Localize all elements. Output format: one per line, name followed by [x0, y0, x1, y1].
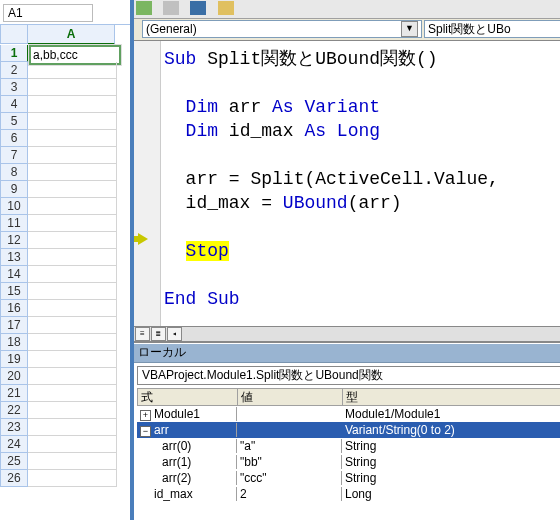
cell[interactable]	[28, 300, 117, 317]
excel-grid: A 1a,bb,ccc23456789101112131415161718192…	[0, 24, 130, 487]
grid-row: 18	[0, 334, 130, 351]
cell[interactable]	[28, 385, 117, 402]
row-header[interactable]: 20	[0, 368, 28, 385]
procedure-combo-value: Split関数とUBo	[428, 21, 511, 38]
row-header[interactable]: 11	[0, 215, 28, 232]
row-header[interactable]: 26	[0, 470, 28, 487]
run-icon[interactable]	[136, 1, 152, 15]
grid-row: 16	[0, 300, 130, 317]
row-header[interactable]: 21	[0, 385, 28, 402]
row-header[interactable]: 17	[0, 317, 28, 334]
code-text: Sub Split関数とUBound関数() Dim arr As Varian…	[164, 47, 510, 311]
cell[interactable]	[28, 62, 117, 79]
grid-row: 13	[0, 249, 130, 266]
row-header[interactable]: 8	[0, 164, 28, 181]
locals-row-arr0[interactable]: arr(0) "a" String	[137, 438, 560, 454]
grid-row: 5	[0, 113, 130, 130]
object-combo[interactable]: (General) ▼	[142, 20, 422, 38]
cell[interactable]	[28, 232, 117, 249]
cell[interactable]	[28, 96, 117, 113]
chevron-down-icon[interactable]: ▼	[401, 21, 418, 37]
grid-row: 12	[0, 232, 130, 249]
locals-row-arr[interactable]: −arr Variant/String(0 to 2)	[137, 422, 560, 438]
cell[interactable]	[28, 198, 117, 215]
cell[interactable]	[28, 113, 117, 130]
row-header[interactable]: 6	[0, 130, 28, 147]
row-header[interactable]: 24	[0, 436, 28, 453]
execution-pointer-icon	[138, 233, 148, 245]
grid-row: 24	[0, 436, 130, 453]
cell[interactable]	[28, 283, 117, 300]
design-mode-icon[interactable]	[218, 1, 234, 15]
cell[interactable]	[28, 436, 117, 453]
locals-context-combo[interactable]: VBAProject.Module1.Split関数とUBound関数	[137, 366, 560, 385]
grid-row: 10	[0, 198, 130, 215]
view-proc-icon[interactable]: ≡	[135, 327, 150, 341]
grid-row: 21	[0, 385, 130, 402]
row-header[interactable]: 19	[0, 351, 28, 368]
select-all-corner[interactable]	[0, 25, 28, 44]
code-hscroll[interactable]: ≡ ≣ ◂	[134, 327, 560, 343]
scroll-left-icon[interactable]: ◂	[167, 327, 182, 341]
cell[interactable]	[28, 351, 117, 368]
vbe-pane: (General) ▼ Split関数とUBo Sub Split関数とUBou…	[130, 0, 560, 520]
cell[interactable]	[28, 79, 117, 96]
row-header[interactable]: 9	[0, 181, 28, 198]
row-header[interactable]: 16	[0, 300, 28, 317]
locals-header-val[interactable]: 値	[238, 389, 343, 406]
cell[interactable]	[28, 215, 117, 232]
break-icon[interactable]	[163, 1, 179, 15]
cell[interactable]	[28, 368, 117, 385]
row-header[interactable]: 3	[0, 79, 28, 96]
view-full-icon[interactable]: ≣	[151, 327, 166, 341]
row-header[interactable]: 25	[0, 453, 28, 470]
row-header[interactable]: 15	[0, 283, 28, 300]
cell[interactable]	[28, 334, 117, 351]
row-header[interactable]: 13	[0, 249, 28, 266]
cell[interactable]	[28, 470, 117, 487]
name-box[interactable]: A1	[3, 4, 93, 22]
cell[interactable]	[28, 402, 117, 419]
grid-row: 3	[0, 79, 130, 96]
row-header[interactable]: 23	[0, 419, 28, 436]
row-header[interactable]: 2	[0, 62, 28, 79]
locals-header[interactable]: 式 値 型	[137, 388, 560, 406]
row-header[interactable]: 14	[0, 266, 28, 283]
locals-row-arr2[interactable]: arr(2) "ccc" String	[137, 470, 560, 486]
cell[interactable]	[28, 419, 117, 436]
expand-icon[interactable]: +	[140, 410, 151, 421]
column-header-a[interactable]: A	[28, 25, 115, 45]
row-header[interactable]: 5	[0, 113, 28, 130]
locals-row-idmax[interactable]: id_max 2 Long	[137, 486, 560, 502]
grid-row: 15	[0, 283, 130, 300]
procedure-combo[interactable]: Split関数とUBo	[424, 20, 560, 38]
cell[interactable]	[28, 317, 117, 334]
vbe-toolbar	[134, 0, 560, 19]
row-header[interactable]: 1	[0, 45, 29, 62]
grid-row: 25	[0, 453, 130, 470]
locals-header-expr[interactable]: 式	[138, 389, 238, 406]
reset-icon[interactable]	[190, 1, 206, 15]
object-combo-value: (General)	[146, 22, 197, 36]
cell[interactable]	[28, 453, 117, 470]
row-header[interactable]: 22	[0, 402, 28, 419]
row-header[interactable]: 18	[0, 334, 28, 351]
row-header[interactable]: 4	[0, 96, 28, 113]
row-header[interactable]: 7	[0, 147, 28, 164]
cell[interactable]	[28, 266, 117, 283]
grid-row: 6	[0, 130, 130, 147]
cell[interactable]	[28, 130, 117, 147]
code-editor[interactable]: Sub Split関数とUBound関数() Dim arr As Varian…	[134, 41, 560, 327]
grid-row: 11	[0, 215, 130, 232]
cell[interactable]	[28, 181, 117, 198]
row-header[interactable]: 10	[0, 198, 28, 215]
collapse-icon[interactable]: −	[140, 426, 151, 437]
locals-row-arr1[interactable]: arr(1) "bb" String	[137, 454, 560, 470]
grid-row: 1a,bb,ccc	[0, 45, 130, 62]
cell[interactable]	[28, 147, 117, 164]
locals-row-module[interactable]: +Module1 Module1/Module1	[137, 406, 560, 422]
locals-header-type[interactable]: 型	[343, 389, 560, 406]
cell[interactable]	[28, 164, 117, 181]
row-header[interactable]: 12	[0, 232, 28, 249]
cell[interactable]	[28, 249, 117, 266]
